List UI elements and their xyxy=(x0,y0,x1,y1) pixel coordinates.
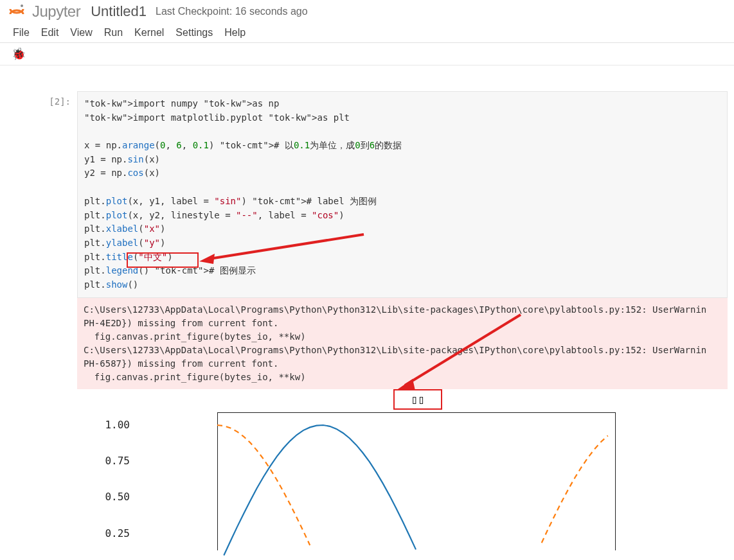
ytick-label: 1.00 xyxy=(1,419,130,431)
svg-marker-5 xyxy=(396,379,415,390)
menubar: File Edit View Run Kernel Settings Help xyxy=(0,23,734,43)
code-cell[interactable]: [2]: "tok-kw">import numpy "tok-kw">as n… xyxy=(32,91,728,556)
cell-body: "tok-kw">import numpy "tok-kw">as np "to… xyxy=(77,91,728,556)
header: Jupyter Untitled1 Last Checkpoint: 16 se… xyxy=(0,0,734,23)
menu-view[interactable]: View xyxy=(70,27,92,39)
debug-icon[interactable]: 🐞 xyxy=(12,48,26,60)
document-title[interactable]: Untitled1 xyxy=(91,3,147,20)
ytick-label: 0.50 xyxy=(1,491,130,503)
svg-marker-3 xyxy=(199,254,215,264)
svg-line-4 xyxy=(405,315,521,385)
menu-help[interactable]: Help xyxy=(224,27,246,39)
notebook-area: [2]: "tok-kw">import numpy "tok-kw">as n… xyxy=(0,66,734,556)
menu-run[interactable]: Run xyxy=(104,27,123,39)
plot-output: ▯▯ 1.000.750.500.25 xyxy=(77,389,728,556)
cell-prompt: [2]: xyxy=(32,91,77,556)
ytick-label: 0.25 xyxy=(1,527,130,539)
app-name: Jupyter xyxy=(32,3,80,21)
svg-line-2 xyxy=(210,234,364,259)
plot-svg xyxy=(77,389,720,556)
code-editor[interactable]: "tok-kw">import numpy "tok-kw">as np "to… xyxy=(77,91,728,298)
menu-kernel[interactable]: Kernel xyxy=(134,27,164,39)
menu-edit[interactable]: Edit xyxy=(41,27,59,39)
menu-settings[interactable]: Settings xyxy=(175,27,213,39)
jupyter-logo-icon xyxy=(8,3,26,21)
ytick-label: 0.75 xyxy=(1,455,130,467)
left-toolbar: 🐞 xyxy=(0,43,734,66)
checkpoint-label: Last Checkpoint: 16 seconds ago xyxy=(156,6,308,17)
menu-file[interactable]: File xyxy=(13,27,30,39)
svg-point-1 xyxy=(21,4,23,7)
